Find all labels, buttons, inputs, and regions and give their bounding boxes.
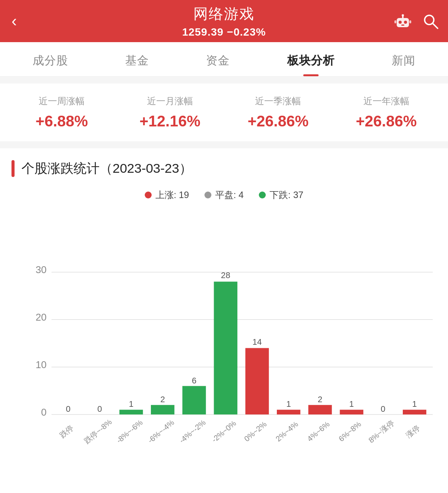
chart-legend: 上涨: 19 平盘: 4 下跌: 37 [8,189,440,201]
search-icon[interactable] [420,11,440,31]
svg-text:6%~8%: 6%~8% [337,420,363,443]
svg-text:2: 2 [160,395,165,404]
perf-year-label: 近一年涨幅 [332,95,441,107]
back-button[interactable]: ‹ [11,12,17,30]
svg-text:跌停: 跌停 [58,423,75,440]
svg-text:0: 0 [41,407,46,418]
svg-text:20: 20 [36,312,47,323]
perf-month-label: 近一月涨幅 [116,95,224,107]
legend-flat-dot [204,192,211,198]
chart-section: 上涨: 19 平盘: 4 下跌: 37 0 10 20 30 [0,181,448,493]
svg-point-2 [404,21,407,24]
bar-chart-container: 0 10 20 30 0 跌停 0 跌停~-8% 1 - [8,209,440,490]
svg-text:-8%~-6%: -8%~-6% [115,418,144,445]
legend-flat: 平盘: 4 [204,189,244,201]
svg-rect-7 [409,20,411,23]
legend-rise-dot [145,192,152,198]
svg-text:涨停: 涨停 [404,423,422,440]
svg-text:10: 10 [36,359,47,370]
performance-grid: 近一周涨幅 +6.88% 近一月涨幅 +12.16% 近一季涨幅 +26.86%… [8,95,440,130]
perf-week-label: 近一周涨幅 [8,95,116,107]
svg-text:30: 30 [36,264,47,275]
svg-rect-3 [401,25,404,26]
svg-text:跌停~-8%: 跌停~-8% [83,418,114,446]
perf-month-value: +12.16% [116,113,224,130]
legend-rise-label: 上涨: 19 [155,189,189,201]
legend-fall: 下跌: 37 [259,189,303,201]
svg-point-5 [402,14,404,16]
section-title-wrap: 个股涨跌统计（2023-03-23） [0,148,448,181]
bar-9 [340,410,363,414]
bar-4 [182,386,206,414]
svg-text:1: 1 [349,399,354,409]
perf-quarter-value: +26.86% [224,113,332,130]
tab-component-stocks[interactable]: 成分股 [25,42,76,76]
svg-text:2: 2 [318,395,322,404]
perf-year: 近一年涨幅 +26.86% [332,95,441,130]
bar-chart-svg: 0 10 20 30 0 跌停 0 跌停~-8% 1 - [31,209,440,467]
tabs-bar: 成分股 基金 资金 板块分析 新闻 [0,42,448,77]
header-subtitle: 1259.39 −0.23% [182,26,266,38]
svg-text:4%~6%: 4%~6% [306,420,331,443]
bar-11 [403,410,426,414]
svg-text:0: 0 [97,404,102,414]
section-title: 个股涨跌统计（2023-03-23） [21,160,192,177]
svg-text:1: 1 [412,399,417,409]
svg-text:-4%~-2%: -4%~-2% [178,418,207,445]
svg-text:14: 14 [252,337,262,347]
bar-7 [277,410,300,414]
legend-flat-label: 平盘: 4 [215,189,244,201]
perf-quarter: 近一季涨幅 +26.86% [224,95,332,130]
tab-news[interactable]: 新闻 [384,42,423,76]
tab-sector-analysis[interactable]: 板块分析 [280,42,342,76]
svg-rect-0 [397,18,409,27]
svg-point-1 [399,21,402,24]
bar-6 [245,348,269,414]
tab-capital[interactable]: 资金 [198,42,237,76]
svg-text:0: 0 [381,404,385,414]
bar-5 [214,282,237,414]
svg-text:1: 1 [129,399,133,409]
legend-rise: 上涨: 19 [145,189,189,201]
page-title: 网络游戏 [193,4,255,24]
perf-quarter-label: 近一季涨幅 [224,95,332,107]
svg-text:8%~涨停: 8%~涨停 [367,418,396,444]
svg-text:2%~4%: 2%~4% [274,420,300,443]
svg-text:-2%~0%: -2%~0% [210,419,238,444]
perf-week: 近一周涨幅 +6.88% [8,95,116,130]
legend-fall-dot [259,192,266,198]
header-icons [393,11,440,31]
svg-text:0%~2%: 0%~2% [243,420,268,443]
section-bar-accent [11,160,15,177]
header: ‹ 网络游戏 1259.39 −0.23% [0,0,448,42]
bar-8 [308,405,332,414]
legend-fall-label: 下跌: 37 [270,189,303,201]
bar-2 [119,410,143,414]
svg-text:28: 28 [221,270,230,280]
robot-icon[interactable] [393,11,413,31]
perf-week-value: +6.88% [8,113,116,130]
perf-year-value: +26.86% [332,113,441,130]
svg-text:1: 1 [286,399,291,409]
svg-rect-6 [394,20,396,23]
svg-line-9 [433,23,438,28]
svg-text:6: 6 [192,376,196,385]
svg-text:-6%~-4%: -6%~-4% [146,418,176,445]
performance-section: 近一周涨幅 +6.88% 近一月涨幅 +12.16% 近一季涨幅 +26.86%… [0,84,448,141]
svg-text:0: 0 [66,404,70,414]
perf-month: 近一月涨幅 +12.16% [116,95,224,130]
bar-3 [151,405,174,414]
tab-funds[interactable]: 基金 [118,42,157,76]
